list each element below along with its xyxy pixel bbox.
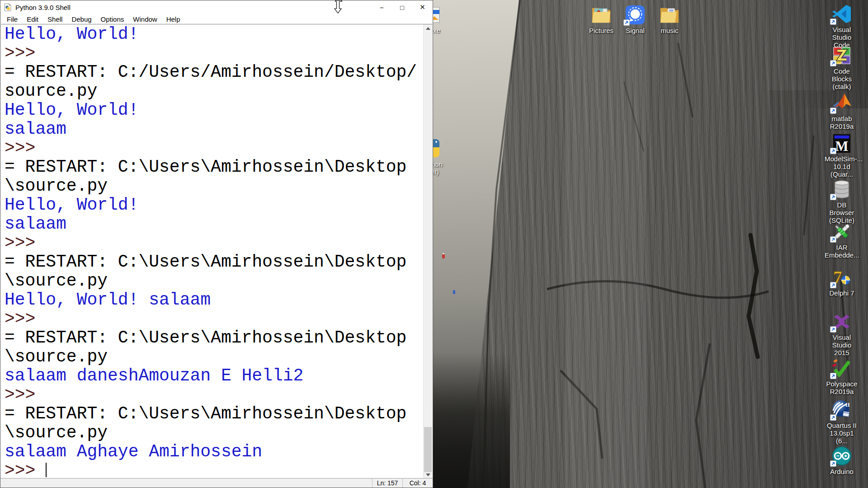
menu-edit[interactable]: Edit — [22, 15, 43, 23]
text-cursor — [46, 463, 47, 477]
desktop-icon-visual-studio-code[interactable]: Visual Studio Code — [825, 4, 859, 49]
pictures-folder-icon — [591, 5, 612, 25]
icon-label: Polyspace R2019a — [825, 380, 859, 395]
shortcut-arrow-icon — [830, 236, 836, 243]
close-button[interactable]: ✕ — [412, 0, 433, 14]
icon-label: Quartus II 13.0sp1 (6... — [825, 422, 859, 445]
music-folder-icon — [659, 5, 680, 25]
shortcut-arrow-icon — [830, 460, 836, 467]
desktop-icon-visual-studio-2015[interactable]: Visual Studio 2015 — [825, 311, 859, 357]
vscode-icon — [831, 4, 852, 24]
desktop-icon-music[interactable]: music — [652, 5, 687, 34]
icon-label: DB Browser (SQLite) — [825, 201, 859, 224]
shell-line: = RESTART: C:\Users\Amirhossein\Desktop\… — [5, 158, 423, 196]
minimize-button[interactable]: − — [372, 0, 392, 14]
icon-label: Pictures — [584, 27, 618, 34]
desktop-icon-pictures[interactable]: Pictures — [584, 5, 618, 34]
icon-label: IAR Embedde... — [825, 244, 859, 259]
menu-window[interactable]: Window — [128, 15, 161, 23]
icon-label: Arduino — [825, 468, 859, 475]
shell-line: salaam Aghaye Amirhossein — [5, 442, 423, 461]
climber-red — [442, 253, 445, 258]
desktop-icon-signal[interactable]: Signal — [618, 5, 652, 34]
shell-line: >>> — [5, 385, 423, 404]
icon-label: Visual Studio 2015 — [825, 333, 859, 357]
shell-line: Hello, World! — [5, 196, 423, 215]
scroll-up-button[interactable] — [424, 24, 432, 32]
status-line-number: Ln: 157 — [372, 479, 402, 488]
screen: Pictures Signal m — [0, 0, 868, 488]
database-icon — [831, 179, 852, 200]
codeblocks-icon — [831, 45, 852, 66]
icon-label: matlab R2019a — [825, 115, 859, 130]
shortcut-arrow-icon — [830, 148, 836, 154]
shell-line: >>> — [5, 139, 423, 158]
shell-line: salaam — [5, 215, 423, 234]
shell-line: Hello, World! — [5, 101, 423, 120]
shell-line: Hello, World! — [5, 25, 423, 44]
python-shell-window: Python 3.9.0 Shell − □ ✕ File Edit Shell… — [0, 0, 433, 488]
desktop-icon-matlab[interactable]: matlab R2019a — [825, 93, 859, 130]
modelsim-icon: M — [831, 133, 852, 154]
scrollbar-thumb[interactable] — [424, 427, 432, 472]
svg-text:II: II — [845, 401, 850, 408]
shell-line: >>> — [5, 44, 423, 63]
desktop-icon-db-browser[interactable]: DB Browser (SQLite) — [825, 179, 859, 224]
desktop-icon-code-blocks[interactable]: Code Blocks (ctalk) — [825, 45, 859, 90]
tools-icon — [831, 221, 852, 242]
menu-debug[interactable]: Debug — [67, 15, 96, 23]
shortcut-arrow-icon — [830, 414, 836, 421]
quartus-icon: II — [831, 399, 852, 420]
menu-file[interactable]: File — [2, 15, 22, 23]
shell-line: = RESTART: C:/Users/Amirhossein/Desktop/… — [5, 63, 423, 101]
maximize-button[interactable]: □ — [392, 0, 412, 14]
matlab-icon — [831, 93, 852, 113]
arduino-icon — [831, 446, 852, 466]
shell-line: >>> — [5, 234, 423, 253]
menu-options[interactable]: Options — [96, 15, 129, 23]
desktop-icon-delphi[interactable]: 7 Delphi 7 — [825, 267, 859, 297]
shortcut-arrow-icon — [830, 19, 836, 25]
mouse-cursor — [334, 0, 343, 14]
shell-text-area[interactable]: Hello, World! >>> = RESTART: C:/Users/Am… — [1, 24, 432, 479]
polyspace-icon — [831, 358, 852, 379]
delphi-icon: 7 — [831, 267, 852, 288]
shell-prompt-current: >>> — [5, 461, 423, 479]
status-column-number: Col: 4 — [402, 479, 433, 488]
desktop-icon-modelsim[interactable]: M ModelSim-... 10.1d (Quar... — [825, 133, 859, 178]
desktop-icon-arduino[interactable]: Arduino — [825, 446, 859, 475]
shortcut-arrow-icon — [830, 373, 836, 379]
window-title: Python 3.9.0 Shell — [15, 4, 71, 11]
shell-line: = RESTART: C:\Users\Amirhossein\Desktop\… — [5, 328, 423, 366]
vs2015-icon — [831, 311, 852, 332]
title-bar[interactable]: Python 3.9.0 Shell − □ ✕ — [0, 0, 433, 14]
shell-line: = RESTART: C:\Users\Amirhossein\Desktop\… — [5, 404, 423, 442]
desktop-icon-iar[interactable]: IAR Embedde... — [825, 221, 859, 259]
shortcut-arrow-icon — [830, 326, 836, 333]
shell-line: = RESTART: C:\Users\Amirhossein\Desktop\… — [5, 253, 423, 291]
menu-shell[interactable]: Shell — [43, 15, 67, 23]
menu-bar: File Edit Shell Debug Options Window Hel… — [0, 14, 433, 24]
shell-line: salaam daneshAmouzan E Helli2 — [5, 366, 423, 385]
icon-label: music — [652, 27, 687, 34]
vertical-scrollbar[interactable] — [423, 24, 432, 479]
menu-help[interactable]: Help — [162, 15, 185, 23]
shortcut-arrow-icon — [623, 19, 630, 26]
climber-blue — [453, 290, 455, 294]
svg-text:M: M — [835, 139, 849, 154]
shortcut-arrow-icon — [830, 108, 836, 114]
idle-window-icon — [4, 3, 12, 11]
shortcut-arrow-icon — [830, 60, 836, 66]
desktop-icon-quartus[interactable]: II Quartus II 13.0sp1 (6... — [825, 399, 859, 445]
status-bar: Ln: 157 Col: 4 — [0, 478, 433, 488]
desktop-icon-polyspace[interactable]: Polyspace R2019a — [825, 358, 859, 395]
icon-label: Signal — [618, 27, 652, 34]
scroll-down-button[interactable] — [424, 471, 432, 479]
shell-line: salaam — [5, 120, 423, 139]
icon-label: ModelSim-... 10.1d (Quar... — [825, 155, 859, 178]
icon-label: Code Blocks (ctalk) — [825, 67, 859, 90]
shortcut-arrow-icon — [830, 194, 836, 200]
shell-output: Hello, World! >>> = RESTART: C:/Users/Am… — [1, 24, 423, 479]
signal-icon — [625, 5, 646, 25]
shortcut-arrow-icon — [830, 282, 836, 288]
